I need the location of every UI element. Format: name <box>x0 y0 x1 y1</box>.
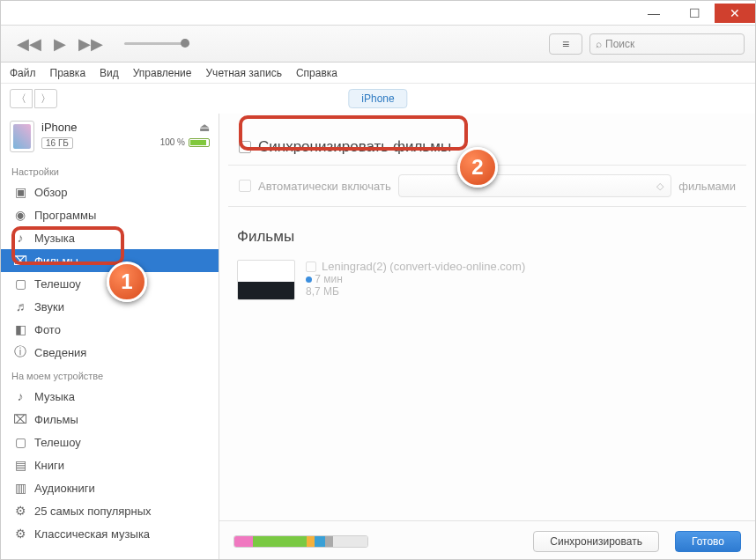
music-icon: ♪ <box>13 231 27 245</box>
sync-movies-row[interactable]: Синхронизировать фильмы <box>228 129 746 166</box>
content-pane: Синхронизировать фильмы Автоматически вк… <box>219 114 755 560</box>
storage-bar <box>233 535 368 548</box>
search-input[interactable]: ⌕ Поиск <box>589 33 745 55</box>
nav-back-button[interactable]: 〈 <box>10 89 33 108</box>
device-thumbnail-icon <box>10 121 34 152</box>
sidebar-item-label: Программы <box>34 209 96 222</box>
movie-title: Leningrad(2) (convert-video-online.com) <box>322 260 525 273</box>
menu-account[interactable]: Учетная запись <box>206 67 282 79</box>
movie-duration: 7 мин <box>315 273 343 285</box>
sidebar-item-label: Музыка <box>34 390 75 403</box>
sidebar-item-label: Фото <box>34 323 61 336</box>
previous-icon[interactable]: ◀◀ <box>17 34 41 54</box>
sidebar-item-label: 25 самых популярных <box>34 505 152 518</box>
movies-icon: ⌧ <box>13 412 27 426</box>
maximize-button[interactable]: ☐ <box>674 4 715 23</box>
sidebar-item-dev-audiobooks[interactable]: ▥Аудиокниги <box>1 476 219 499</box>
storage-segment <box>315 536 325 547</box>
sidebar-item-label: Книги <box>34 459 64 472</box>
movie-checkbox[interactable] <box>306 262 316 272</box>
player-toolbar: ◀◀ ▶ ▶▶ ≡ ⌕ Поиск <box>1 26 755 63</box>
menu-edit[interactable]: Правка <box>50 67 86 79</box>
tv-icon: ▢ <box>13 435 27 449</box>
storage-segment <box>333 536 367 547</box>
tones-icon: ♬ <box>13 299 27 313</box>
music-icon: ♪ <box>13 389 27 403</box>
auto-include-label: Автоматически включать <box>258 180 391 193</box>
sidebar: iPhone 16 ГБ ⏏ 100 % Настройки ▣Обзор ◉П… <box>1 114 219 560</box>
storage-segment <box>307 536 315 547</box>
sidebar-item-label: Фильмы <box>34 413 78 426</box>
auto-include-select[interactable] <box>398 174 672 197</box>
sidebar-item-apps[interactable]: ◉Программы <box>1 203 219 226</box>
device-pill[interactable]: iPhone <box>348 89 407 108</box>
menu-view[interactable]: Вид <box>100 67 119 79</box>
unwatched-dot-icon <box>306 276 312 283</box>
storage-segment <box>325 536 333 547</box>
menu-help[interactable]: Справка <box>296 67 337 79</box>
sync-button[interactable]: Синхронизировать <box>533 531 659 552</box>
sidebar-item-label: Обзор <box>34 186 68 199</box>
movie-list-item[interactable]: Leningrad(2) (convert-video-online.com) … <box>219 254 755 306</box>
nav-forward-button[interactable]: 〉 <box>34 89 57 108</box>
footer-bar: Синхронизировать Готово <box>219 520 755 560</box>
sidebar-item-label: Фильмы <box>34 254 78 268</box>
book-icon: ▤ <box>13 458 27 472</box>
sidebar-item-label: Сведения <box>34 346 86 359</box>
movies-section-header: Фильмы <box>237 228 737 246</box>
minimize-button[interactable]: — <box>634 4 674 23</box>
sidebar-item-dev-books[interactable]: ▤Книги <box>1 453 219 476</box>
storage-segment <box>253 536 306 547</box>
sidebar-item-dev-movies[interactable]: ⌧Фильмы <box>1 408 219 431</box>
device-header: iPhone 16 ГБ ⏏ 100 % <box>1 114 219 159</box>
window-titlebar: — ☐ ✕ <box>1 1 755 26</box>
sidebar-section-settings: Настройки <box>1 159 219 181</box>
search-icon: ⌕ <box>596 38 602 50</box>
eject-icon[interactable]: ⏏ <box>199 121 210 134</box>
sidebar-item-label: Аудиокниги <box>34 482 95 495</box>
sidebar-item-photos[interactable]: ◧Фото <box>1 318 219 341</box>
battery-percent: 100 % <box>160 137 185 147</box>
sidebar-item-top25[interactable]: ⚙25 самых популярных <box>1 499 219 522</box>
sidebar-item-music[interactable]: ♪Музыка <box>1 226 219 249</box>
menu-controls[interactable]: Управление <box>133 67 192 79</box>
menu-file[interactable]: Файл <box>10 67 36 79</box>
sidebar-item-info[interactable]: ⓘСведения <box>1 341 219 364</box>
volume-slider[interactable] <box>124 42 189 45</box>
sidebar-item-classical[interactable]: ⚙Классическая музыка <box>1 522 219 545</box>
apps-icon: ◉ <box>13 208 27 222</box>
battery-icon <box>189 138 210 147</box>
device-capacity: 16 ГБ <box>41 137 73 149</box>
movie-thumbnail <box>237 260 295 300</box>
movies-icon: ⌧ <box>13 254 27 268</box>
sidebar-item-label: Звуки <box>34 300 64 313</box>
nav-row: 〈 〉 iPhone <box>1 84 755 114</box>
next-icon[interactable]: ▶▶ <box>78 34 103 54</box>
auto-include-checkbox[interactable] <box>239 180 251 192</box>
storage-segment <box>234 536 253 547</box>
sidebar-item-movies[interactable]: ⌧Фильмы <box>1 249 219 272</box>
sidebar-item-label: Классическая музыка <box>34 527 150 541</box>
play-icon[interactable]: ▶ <box>54 34 66 54</box>
auto-include-suffix: фильмами <box>678 180 736 193</box>
sidebar-section-ondevice: На моем устройстве <box>1 364 219 385</box>
list-view-button[interactable]: ≡ <box>549 33 582 55</box>
sidebar-item-dev-tv[interactable]: ▢Телешоу <box>1 431 219 453</box>
done-button[interactable]: Готово <box>675 531 741 552</box>
gear-icon: ⚙ <box>13 527 27 541</box>
close-button[interactable]: ✕ <box>715 4 755 23</box>
sidebar-item-label: Телешоу <box>34 436 81 449</box>
sidebar-item-tones[interactable]: ♬Звуки <box>1 295 219 318</box>
sidebar-item-label: Телешоу <box>34 277 81 291</box>
movie-size: 8,7 МБ <box>306 285 525 298</box>
menubar: Файл Правка Вид Управление Учетная запис… <box>1 63 755 84</box>
gear-icon: ⚙ <box>13 504 27 518</box>
sync-movies-checkbox[interactable] <box>239 141 251 153</box>
audiobook-icon: ▥ <box>13 481 27 495</box>
sidebar-item-summary[interactable]: ▣Обзор <box>1 181 219 203</box>
device-name: iPhone <box>41 121 153 134</box>
sync-movies-label: Синхронизировать фильмы <box>258 138 451 156</box>
summary-icon: ▣ <box>13 185 27 199</box>
sidebar-item-tvshows[interactable]: ▢Телешоу <box>1 272 219 295</box>
sidebar-item-dev-music[interactable]: ♪Музыка <box>1 385 219 408</box>
